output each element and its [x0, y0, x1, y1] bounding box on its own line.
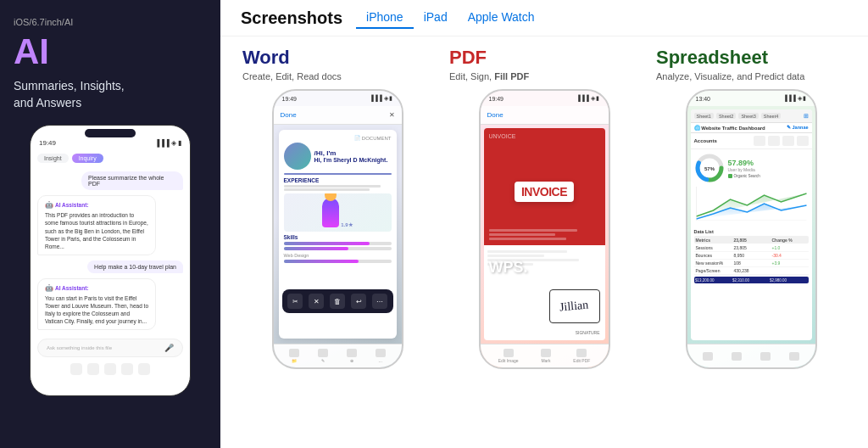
resume-greeting: /Hi, I'm: [314, 149, 388, 157]
spreadsheet-phone-inner: 13:40 ▐▐▐ ◈ ▮ Sheet1 Sheet2 Sheet3 Sheet…: [687, 91, 815, 367]
ss-nav-icon-2[interactable]: [732, 352, 742, 361]
sign-label: SIGNATURE: [576, 330, 600, 335]
bottom-icon: [138, 363, 150, 375]
col-change: Change %: [771, 236, 809, 244]
col-value: 23,805: [732, 236, 771, 244]
pdf-phone: 19:49 ▐▐▐ ◈ ▮ Done UNVOICE: [479, 89, 610, 369]
resume-figure: 1.9★: [284, 193, 392, 232]
word-toolbar: Done ✕: [274, 106, 402, 125]
header: Screenshots iPhone iPad Apple Watch: [220, 0, 868, 36]
pdf-toolbar: Done: [481, 106, 609, 125]
skill-bar: [284, 242, 392, 245]
toolbar-cut[interactable]: ✂: [287, 294, 303, 309]
pdf-nav-mark[interactable]: Mark: [541, 349, 551, 363]
spreadsheet-subtitle: Analyze, Visualize, and Predict data: [653, 70, 804, 82]
signature-text: Jillian: [559, 299, 589, 315]
toolbar-close[interactable]: ✕: [309, 294, 324, 309]
sheet-tab-4[interactable]: Sheet4: [761, 113, 781, 119]
toolbar-more[interactable]: ⋯: [372, 294, 387, 309]
tab-ipad[interactable]: iPad: [414, 7, 458, 29]
pdf-nav-edit-image[interactable]: Edit Image: [498, 349, 519, 363]
resume-divider: [284, 173, 392, 175]
pdf-phone-inner: 19:49 ▐▐▐ ◈ ▮ Done UNVOICE: [481, 91, 609, 367]
amount-line: [487, 250, 568, 253]
insight-tab[interactable]: Insight: [37, 154, 69, 163]
skill-bar: [284, 247, 392, 250]
spreadsheet-card: Spreadsheet Analyze, Visualize, and Pred…: [648, 47, 854, 438]
screenshots-grid: Word Create, Edit, Read docs 19:49 ▐▐▐ ◈…: [220, 36, 868, 448]
total-cell: $13,200.00: [695, 278, 732, 283]
data-list-label: Data List: [694, 229, 809, 234]
sidebar: iOS/6.7inch/AI AI Summaries, Insights, a…: [0, 0, 220, 448]
bottom-icon: [70, 363, 82, 375]
bottom-icon: [121, 363, 133, 375]
toolbar-undo[interactable]: ↩: [351, 294, 366, 309]
acc-icon[interactable]: [797, 136, 809, 146]
cell-value: 23,805: [732, 244, 771, 251]
spreadsheet-phone: 13:40 ▐▐▐ ◈ ▮ Sheet1 Sheet2 Sheet3 Sheet…: [686, 89, 817, 369]
ai-label-1: 🤖 AI Assistant:: [45, 200, 148, 210]
skills-section: Skills: [284, 234, 392, 240]
pdf-subtitle: Edit, Sign, Fill PDF: [446, 70, 529, 82]
ss-edit[interactable]: ✎ Jannae: [787, 125, 808, 130]
pdf-nav-edit-pdf[interactable]: Edit PDF: [573, 349, 590, 363]
word-doc: 📄 DOCUMENT /Hi, I'm Hi, I'm Sheryl D McK…: [279, 130, 397, 339]
nav-icon-2: ✎: [318, 349, 328, 363]
ss-nav-icon-1[interactable]: [703, 352, 713, 361]
acc-icon[interactable]: [782, 136, 794, 146]
tab-apple-watch[interactable]: Apple Watch: [458, 7, 545, 29]
page-title: Screenshots: [241, 8, 342, 28]
chat-input-bar[interactable]: Ask something inside this file 🎤: [37, 339, 183, 357]
donut-chart: 57%: [694, 153, 725, 183]
col-metrics: Metrics: [694, 236, 732, 244]
pdf-bottom-nav: Edit Image Mark Edit PDF: [481, 344, 609, 367]
ss-more[interactable]: ⊞: [804, 113, 809, 120]
word-status-bar: 19:49 ▐▐▐ ◈ ▮: [274, 91, 402, 106]
word-content: 📄 DOCUMENT /Hi, I'm Hi, I'm Sheryl D McK…: [274, 125, 402, 344]
tab-iphone[interactable]: iPhone: [356, 7, 414, 29]
bottom-icon: [104, 363, 116, 375]
wps-label: WPS.: [489, 259, 528, 277]
cell-change: +1.0: [771, 244, 809, 251]
invoice-line: [489, 238, 567, 240]
cell-metric: Page/Screen: [694, 267, 732, 274]
screenshot-tabs: iPhone iPad Apple Watch: [356, 7, 544, 29]
spreadsheet-preview: Sheet1 Sheet2 Sheet3 Sheet4 ⊞ 🌐 Website …: [691, 109, 812, 340]
avatar: [284, 143, 311, 170]
cell-change: -30.4: [771, 252, 809, 259]
sheet-tab-3[interactable]: Sheet3: [738, 113, 758, 119]
ss-bottom-nav: [687, 344, 815, 367]
ss-share-icon[interactable]: [789, 352, 799, 361]
acc-icon[interactable]: [768, 136, 780, 146]
resume-line: [284, 188, 370, 191]
word-doc-label: 📄 DOCUMENT: [284, 135, 392, 141]
sheet-tab-2[interactable]: Sheet2: [716, 113, 736, 119]
inquiry-tab[interactable]: Inquiry: [72, 154, 103, 163]
invoice-line: [489, 229, 578, 232]
sheet-tab-1[interactable]: Sheet1: [694, 113, 714, 119]
total-cell: $2,310.00: [732, 278, 770, 283]
chat-tabs: Insight Inquiry: [37, 154, 183, 163]
signature-box: Jillian: [549, 289, 600, 323]
ss-nav-icon-3[interactable]: [760, 352, 771, 361]
pdf-status-bar: 19:49 ▐▐▐ ◈ ▮: [481, 91, 609, 106]
floating-toolbar: ✂ ✕ 🗑 ↩ ⋯: [282, 289, 393, 313]
stat-label: User by Media: [728, 167, 760, 172]
svg-text:57%: 57%: [704, 166, 715, 171]
stat-percent: 57.89%: [728, 159, 760, 167]
pdf-preview: UNVOICE INVOICE: [484, 128, 605, 340]
toolbar-delete[interactable]: 🗑: [330, 294, 345, 309]
skill-bar: [284, 260, 392, 263]
table-row: New session% 108 +3.9: [694, 260, 809, 267]
resume-name: Hi, I'm Sheryl D McKnight.: [314, 157, 388, 163]
pdf-card: PDF Edit, Sign, Fill PDF 19:49 ▐▐▐ ◈ ▮ D…: [441, 47, 648, 438]
total-row: $13,200.00 $2,310.00 $2,980.00: [694, 277, 809, 283]
user-bubble-1: Please summarize the whole PDF: [81, 171, 183, 190]
acc-icon[interactable]: [754, 136, 765, 146]
spreadsheet-title: Spreadsheet: [653, 47, 768, 69]
phone-status: 19:49 ▐▐▐ ◈ ▮: [31, 137, 190, 148]
table-row: Bounces 8,950 -30.4: [694, 252, 809, 260]
table-row: Page/Screen 430,238: [694, 267, 809, 275]
ss-status-bar: 13:40 ▐▐▐ ◈ ▮: [687, 91, 815, 106]
amount-line: [487, 255, 545, 257]
